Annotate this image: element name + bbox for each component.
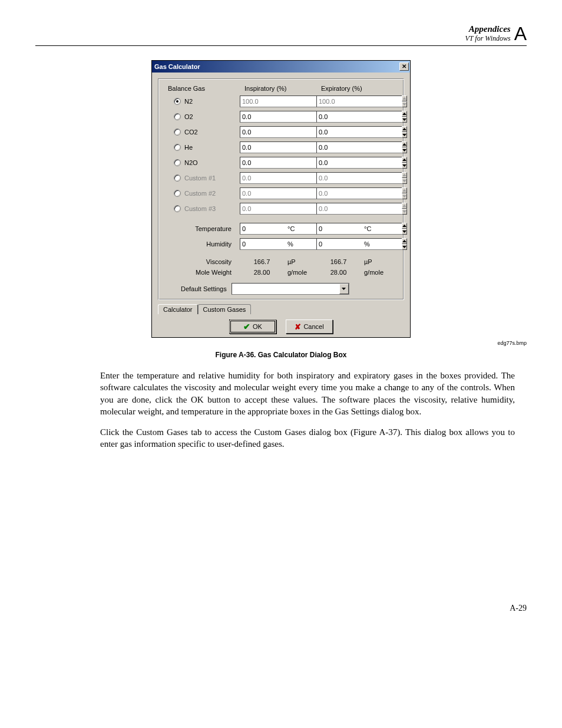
spin-down-icon [402, 101, 407, 107]
close-button[interactable]: ✕ [399, 62, 409, 71]
spin-up-icon[interactable] [402, 111, 407, 117]
radio-icon [174, 159, 181, 166]
gas-label: Custom #1 [184, 174, 216, 182]
default-settings-combo[interactable] [232, 283, 349, 295]
visc-unit: µP [287, 258, 296, 265]
gas-5-insp-spinner [240, 172, 284, 184]
gas-4-insp-input[interactable] [240, 157, 325, 169]
gas-label: Custom #3 [184, 205, 216, 212]
ok-button[interactable]: ✔ OK [229, 319, 276, 334]
gas-radio-6: Custom #2 [163, 190, 240, 197]
body-paragraph-1: Enter the temperature and relative humid… [35, 370, 527, 417]
titlebar[interactable]: Gas Calculator ✕ [152, 61, 410, 73]
chevron-down-icon[interactable] [339, 284, 349, 294]
gas-3-insp-spinner[interactable] [240, 141, 284, 153]
gas-calculator-dialog: Gas Calculator ✕ Balance Gas Inspiratory… [151, 60, 411, 338]
body-paragraph-2: Click the Custom Gases tab to access the… [35, 426, 527, 450]
gas-3-exp-spinner[interactable] [316, 141, 361, 153]
gas-2-exp-input[interactable] [316, 126, 402, 138]
gas-2-insp-input[interactable] [240, 126, 325, 138]
gas-4-insp-spinner[interactable] [240, 157, 284, 169]
header-subtitle: VT for Windows [465, 34, 511, 43]
dialog-title: Gas Calculator [154, 63, 200, 70]
gas-0-insp-spinner [240, 95, 284, 107]
gas-5-insp-input [240, 172, 325, 184]
spin-down-icon[interactable] [402, 244, 407, 250]
mole-label: Mole Weight [163, 269, 240, 276]
gas-7-insp-spinner [240, 203, 284, 215]
mole-insp-value: 28.00 [240, 269, 284, 276]
header-letter: A [514, 24, 527, 43]
gas-4-exp-input[interactable] [316, 157, 402, 169]
gas-1-insp-spinner[interactable] [240, 111, 284, 123]
hum-unit: % [287, 241, 293, 248]
radio-icon [174, 113, 181, 120]
default-settings-label: Default Settings [181, 285, 227, 292]
spin-up-icon [402, 172, 407, 178]
balance-gas-header: Balance Gas [163, 85, 240, 92]
hum-unit: % [364, 241, 370, 248]
gas-2-insp-spinner[interactable] [240, 126, 284, 138]
gas-0-exp-input [316, 95, 402, 107]
gas-label: CO2 [184, 129, 198, 136]
gas-4-exp-spinner[interactable] [316, 157, 361, 169]
gas-2-exp-spinner[interactable] [316, 126, 361, 138]
spin-down-icon[interactable] [402, 132, 407, 138]
spin-up-icon[interactable] [402, 238, 407, 244]
temperature-label: Temperature [163, 225, 240, 232]
gas-6-exp-spinner [316, 187, 361, 199]
mole-unit: g/mole [287, 269, 307, 276]
gas-7-exp-input [316, 203, 402, 215]
gas-label: He [184, 144, 193, 151]
gas-1-insp-input[interactable] [240, 111, 325, 123]
spin-up-icon[interactable] [402, 157, 407, 163]
gas-3-exp-input[interactable] [316, 141, 402, 153]
gas-1-exp-spinner[interactable] [316, 111, 361, 123]
cancel-button[interactable]: ✘ Cancel [286, 319, 333, 334]
expiratory-header: Expiratory (%) [316, 85, 393, 92]
visc-insp-value: 166.7 [240, 258, 284, 265]
spin-up-icon[interactable] [402, 141, 407, 147]
viscosity-label: Viscosity [163, 258, 240, 265]
spin-down-icon [402, 178, 407, 184]
temp-insp-input[interactable] [240, 223, 325, 235]
gas-radio-1[interactable]: O2 [163, 113, 240, 120]
figure-caption: Figure A-36. Gas Calculator Dialog Box [35, 351, 527, 359]
tab-custom-gases[interactable]: Custom Gases [198, 304, 252, 314]
hum-exp-spinner[interactable] [316, 238, 361, 250]
gas-radio-2[interactable]: CO2 [163, 129, 240, 136]
spin-down-icon[interactable] [402, 147, 407, 153]
x-icon: ✘ [295, 322, 301, 331]
gas-1-exp-input[interactable] [316, 111, 402, 123]
spin-down-icon[interactable] [402, 117, 407, 123]
spin-up-icon[interactable] [402, 223, 407, 229]
temp-unit: °C [364, 225, 371, 232]
temp-exp-spinner[interactable] [316, 223, 361, 235]
gas-3-insp-input[interactable] [240, 141, 325, 153]
hum-exp-input[interactable] [316, 238, 402, 250]
default-settings-value [232, 284, 339, 294]
hum-insp-spinner[interactable] [240, 238, 284, 250]
spin-down-icon [402, 193, 407, 199]
spin-down-icon [402, 209, 407, 215]
gas-radio-5: Custom #1 [163, 174, 240, 182]
temp-exp-input[interactable] [316, 223, 402, 235]
tab-calculator[interactable]: Calculator [158, 304, 198, 314]
gas-6-insp-input [240, 187, 325, 199]
gas-5-exp-input [316, 172, 402, 184]
spin-down-icon[interactable] [402, 163, 407, 169]
gas-radio-0[interactable]: N2 [163, 98, 240, 105]
temp-insp-spinner[interactable] [240, 223, 284, 235]
spin-up-icon[interactable] [402, 126, 407, 132]
gas-0-exp-spinner [316, 95, 361, 107]
gas-radio-4[interactable]: N2O [163, 159, 240, 166]
spin-down-icon[interactable] [402, 229, 407, 235]
temp-unit: °C [287, 225, 295, 232]
gas-radio-3[interactable]: He [163, 144, 240, 151]
spin-up-icon [402, 203, 407, 209]
radio-icon [174, 144, 181, 151]
header-title: Appendices [465, 24, 511, 34]
spin-up-icon [402, 95, 407, 101]
radio-icon [174, 98, 181, 105]
hum-insp-input[interactable] [240, 238, 325, 250]
